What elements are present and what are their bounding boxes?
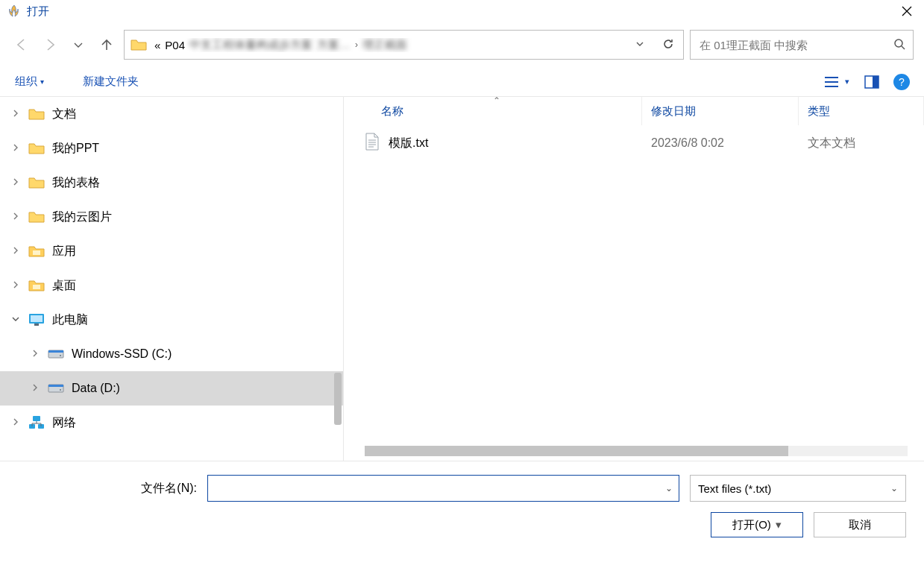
file-list-pane: ⌃ 名称 修改日期 类型 模版.txt2023/6/8 0:02文本文档 — [343, 97, 924, 461]
filename-input[interactable] — [214, 482, 665, 496]
txt-file-icon — [365, 133, 380, 154]
monitor-icon — [28, 312, 45, 328]
scrollbar-thumb[interactable] — [365, 446, 788, 456]
file-date: 2023/6/8 0:02 — [642, 136, 799, 150]
tree-item-network[interactable]: 网络 — [0, 406, 343, 440]
close-button[interactable] — [890, 0, 924, 22]
column-date[interactable]: 修改日期 — [642, 97, 799, 125]
tree-item-ddrive[interactable]: Data (D:) — [0, 371, 343, 406]
chevron-down-icon: ▾ — [845, 77, 849, 86]
file-row[interactable]: 模版.txt2023/6/8 0:02文本文档 — [344, 125, 924, 161]
window-title: 打开 — [27, 4, 49, 19]
column-name-label: 名称 — [381, 104, 403, 119]
drive-icon — [48, 380, 64, 397]
help-icon: ? — [893, 74, 910, 90]
svg-rect-14 — [33, 416, 40, 421]
new-folder-button[interactable]: 新建文件夹 — [78, 72, 143, 92]
tree-item-mycloud[interactable]: 我的云图片 — [0, 200, 343, 234]
tree-item-label: Windows-SSD (C:) — [72, 347, 172, 361]
folder-icon — [28, 140, 45, 157]
expander-icon[interactable] — [10, 177, 21, 188]
expander-icon[interactable] — [10, 315, 21, 325]
chevron-down-icon[interactable]: ⌄ — [665, 483, 673, 493]
tree-item-label: 我的表格 — [52, 175, 100, 191]
filename-combo[interactable]: ⌄ — [207, 475, 679, 502]
drive-icon — [48, 346, 64, 362]
toolbar: 组织 ▾ 新建文件夹 ▾ ? — [0, 67, 924, 97]
view-options-button[interactable]: ▾ — [820, 72, 849, 92]
organize-button[interactable]: 组织 ▾ — [10, 72, 48, 92]
chevron-down-icon[interactable]: ⌄ — [890, 483, 898, 493]
svg-rect-4 — [33, 285, 40, 289]
svg-rect-6 — [31, 315, 43, 322]
filename-label: 文件名(N): — [18, 481, 197, 496]
breadcrumb-prefix: « — [154, 39, 160, 51]
address-dropdown[interactable] — [628, 40, 652, 51]
tree-item-label: 应用 — [52, 244, 76, 259]
filetype-combo[interactable]: Text files (*.txt) ⌄ — [690, 475, 906, 502]
folder-icon — [28, 106, 45, 122]
breadcrumb-seg-2[interactable]: 方案… — [317, 38, 351, 52]
tree-item-docs[interactable]: 文档 — [0, 97, 343, 131]
breadcrumb-seg-3[interactable]: 理正截面 — [362, 38, 407, 52]
tree-scrollbar-thumb[interactable] — [334, 373, 342, 425]
svg-rect-12 — [48, 385, 63, 387]
tree-item-label: 我的云图片 — [52, 209, 112, 225]
tree-item-apps[interactable]: 应用 — [0, 234, 343, 268]
svg-point-13 — [60, 389, 61, 391]
list-view-icon — [820, 72, 843, 92]
nav-back-button[interactable] — [10, 34, 33, 56]
folder-app-icon — [28, 277, 45, 294]
address-bar[interactable]: « P04 中支工程体量构成步方案 方案… › 理正截面 — [124, 30, 684, 60]
tree-item-cdrive[interactable]: Windows-SSD (C:) — [0, 337, 343, 371]
expander-icon[interactable] — [30, 383, 40, 394]
help-button[interactable]: ? — [890, 72, 914, 92]
tree-item-thispc[interactable]: 此电脑 — [0, 303, 343, 337]
network-icon — [28, 414, 45, 431]
horizontal-scrollbar[interactable] — [365, 446, 908, 456]
folder-icon — [28, 209, 45, 225]
svg-point-0 — [895, 40, 902, 47]
file-name: 模版.txt — [389, 136, 428, 151]
split-indicator: ▾ — [776, 518, 782, 531]
tree-item-label: 文档 — [52, 107, 76, 122]
tree-item-label: 网络 — [52, 415, 76, 431]
cancel-button-label: 取消 — [849, 518, 871, 532]
nav-up-button[interactable] — [95, 34, 118, 56]
tree-item-mysheet[interactable]: 我的表格 — [0, 165, 343, 200]
tree-item-label: 我的PPT — [52, 141, 99, 157]
tree-item-desktop[interactable]: 桌面 — [0, 268, 343, 303]
folder-icon — [131, 38, 147, 51]
breadcrumb-sep: › — [355, 40, 358, 50]
cancel-button[interactable]: 取消 — [814, 512, 906, 537]
nav-recent-button[interactable] — [67, 34, 89, 56]
navigation-row: « P04 中支工程体量构成步方案 方案… › 理正截面 — [0, 22, 924, 67]
expander-icon[interactable] — [10, 212, 21, 222]
column-type[interactable]: 类型 — [799, 97, 924, 125]
expander-icon[interactable] — [30, 349, 40, 359]
open-button[interactable]: 打开(O) ▾ — [711, 512, 803, 537]
breadcrumb-seg-1b: 中支工程体量构成步方案 — [189, 38, 312, 52]
folder-tree[interactable]: 文档我的PPT我的表格我的云图片应用桌面此电脑Windows-SSD (C:)D… — [0, 97, 343, 461]
refresh-button[interactable] — [659, 37, 677, 53]
expander-icon[interactable] — [10, 143, 21, 154]
svg-rect-9 — [48, 350, 63, 353]
tree-item-label: 桌面 — [52, 278, 76, 294]
open-button-label: 打开(O) — [732, 518, 771, 532]
tree-item-myppt[interactable]: 我的PPT — [0, 131, 343, 165]
svg-point-10 — [60, 355, 61, 356]
svg-rect-7 — [34, 324, 39, 326]
expander-icon[interactable] — [10, 109, 21, 119]
svg-rect-2 — [873, 76, 879, 88]
nav-forward-button[interactable] — [39, 34, 61, 56]
expander-icon[interactable] — [10, 417, 21, 428]
preview-pane-button[interactable] — [860, 72, 884, 92]
search-input[interactable] — [698, 38, 893, 52]
search-box[interactable] — [690, 30, 914, 60]
expander-icon[interactable] — [10, 280, 21, 291]
folder-icon — [28, 174, 45, 191]
breadcrumb[interactable]: « P04 中支工程体量构成步方案 方案… › 理正截面 — [154, 38, 620, 52]
breadcrumb-seg-1[interactable]: P04 — [165, 39, 185, 51]
body-split: 文档我的PPT我的表格我的云图片应用桌面此电脑Windows-SSD (C:)D… — [0, 97, 924, 461]
expander-icon[interactable] — [10, 246, 21, 256]
